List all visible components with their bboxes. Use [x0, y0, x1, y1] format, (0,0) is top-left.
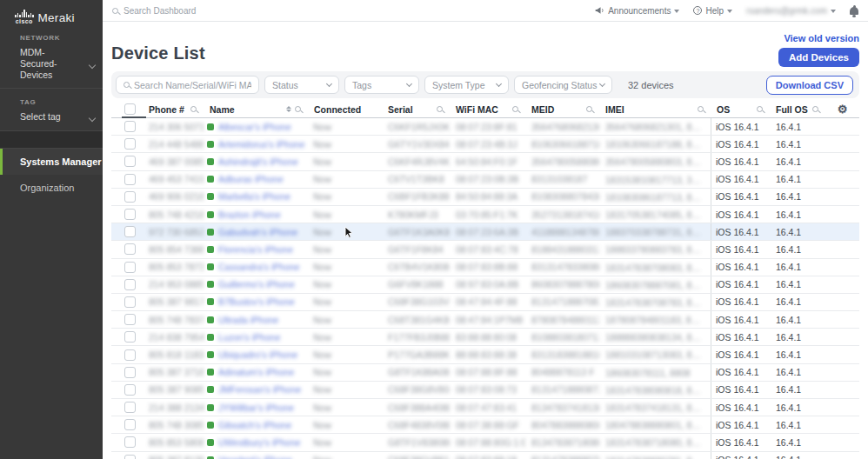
device-name-link[interactable]: Gibsatch's iPhone [218, 420, 291, 430]
column-search-icon[interactable] [812, 106, 818, 112]
search-icon [124, 82, 130, 88]
row-checkbox[interactable] [124, 262, 136, 273]
device-name-link[interactable]: Artemidorus's iPhone [218, 139, 304, 150]
row-checkbox[interactable] [124, 419, 136, 430]
system-type-filter-dropdown[interactable]: System Type [424, 76, 509, 94]
device-search-input[interactable] [134, 80, 251, 90]
table-row[interactable]: 214 306 5071Albescar's iPhoneNowC6KF1R5J… [111, 118, 859, 136]
column-search-icon[interactable] [586, 106, 592, 112]
row-checkbox[interactable] [124, 243, 136, 255]
row-checkbox[interactable] [124, 436, 136, 448]
device-name-link[interactable]: Florencia's iPhone [218, 244, 293, 255]
table-row[interactable]: 805 854 7388Florencia's iPhoneNowG6TF1F8… [111, 241, 859, 258]
column-settings-gear-icon[interactable] [838, 103, 848, 115]
sort-icon[interactable] [286, 106, 291, 113]
row-checkbox[interactable] [124, 138, 136, 150]
sidebar-item-organization[interactable]: Organization [0, 175, 103, 201]
row-checkbox[interactable] [124, 121, 136, 132]
row-checkbox[interactable] [124, 156, 136, 167]
device-name-link[interactable]: Cassandra's iPhone [218, 262, 300, 272]
account-menu[interactable]: rsanders@grmk.com [746, 6, 836, 16]
row-checkbox[interactable] [124, 384, 136, 396]
row-checkbox[interactable] [124, 402, 136, 413]
cell-name: Marbella's iPhone [204, 189, 308, 205]
device-status-icon [207, 211, 214, 218]
row-checkbox[interactable] [124, 367, 136, 378]
select-all-checkbox[interactable] [124, 103, 136, 115]
device-name-link[interactable]: Ubiquadro's iPhone [218, 349, 297, 360]
table-row[interactable]: 972 730 6853Gabudvah's iPhoneNowG6TF1K3A… [111, 223, 859, 241]
table-row[interactable]: 805 748 3085Gibsatch's iPhoneNowC68F4838… [111, 416, 859, 434]
column-search-icon[interactable] [437, 106, 443, 112]
device-name-link[interactable]: JYWillbar's iPhone [218, 402, 294, 413]
tags-filter-label: Tags [352, 80, 371, 90]
dashboard-search[interactable]: Search Dashboard [112, 6, 595, 16]
row-checkbox[interactable] [124, 226, 136, 237]
table-row[interactable]: 214 448 5488Artemidorus's iPhoneNowG6TY1… [111, 136, 859, 153]
table-row[interactable]: 805 748 7837Ultrada iPhoneNowC68T381G4K8… [111, 311, 859, 329]
row-checkbox[interactable] [124, 174, 136, 185]
tag-selector[interactable]: Select tag [0, 110, 103, 131]
device-name-link[interactable]: Veradent's iPhone [218, 455, 292, 459]
device-name-link[interactable]: Albescar's iPhone [218, 122, 291, 132]
sidebar-item-systems-manager[interactable]: Systems Manager [0, 149, 103, 175]
row-checkbox[interactable] [124, 296, 136, 308]
network-selector[interactable]: MDM-Secured-Devices [0, 45, 103, 89]
device-name-link[interactable]: Luzon's iPhone [218, 332, 280, 343]
device-name-link[interactable]: Ultrada iPhone [218, 315, 278, 325]
cell-os: iOS 16.4.1 [711, 294, 770, 310]
device-name-link[interactable]: UWestbury's iPhone [218, 437, 301, 448]
table-row[interactable]: 214 838 7954Luzon's iPhoneNowF177FB3J0B8… [111, 329, 859, 346]
column-search-icon[interactable] [295, 106, 301, 112]
download-csv-button[interactable]: Download CSV [766, 76, 853, 95]
help-menu[interactable]: Help [693, 6, 732, 16]
announcements-menu[interactable]: Announcements [595, 6, 679, 16]
table-row[interactable]: 214 953 0885Guillermo's iPhoneNowG6FV8K1… [111, 276, 859, 294]
table-row[interactable]: 805 853 5808UWestbury's iPhoneNowG8TF1V8… [111, 434, 859, 451]
table-row[interactable]: 805 387 9817B7Bustov's iPhoneNowC68F38G1… [111, 294, 859, 311]
table-row[interactable]: 805 853 7873Cassandra's iPhoneNowC6TB4V1… [111, 259, 859, 276]
notifications-bell-icon[interactable] [850, 7, 858, 15]
table-row[interactable]: 805 387 9085JMFerosan's iPhoneNowC68F38G… [111, 382, 859, 399]
device-name-link[interactable]: Adburas iPhone [218, 174, 284, 184]
device-name-link[interactable]: JMFerosan's iPhone [218, 384, 301, 395]
table-row[interactable]: 805 387 3718Adinatum's iPhoneNowG8TF1K88… [111, 364, 859, 382]
device-name-link[interactable]: Marbella's iPhone [218, 191, 290, 202]
table-row[interactable]: 469 453 7419Adburas iPhoneNowC6TV1T3BK80… [111, 171, 859, 189]
device-name-link[interactable]: Ashindrajit's iPhone [218, 156, 298, 167]
row-checkbox[interactable] [124, 191, 136, 203]
table-row[interactable]: 214 388 2134JYWillbar's iPhoneNowC68F388… [111, 399, 859, 416]
cell-full_os: 16.4.1 [770, 434, 825, 450]
device-name-link[interactable]: B7Bustov's iPhone [218, 296, 295, 307]
column-search-icon[interactable] [512, 106, 518, 112]
row-checkbox[interactable] [124, 331, 136, 343]
row-checkbox[interactable] [124, 314, 136, 325]
add-devices-button[interactable]: Add Devices [778, 48, 859, 67]
device-name-link[interactable]: Brazton iPhone [218, 210, 281, 220]
cell-meid: 35647680682130 [525, 118, 599, 135]
table-row[interactable]: 469 906 0218Marbella's iPhoneNowC6BF1FB3… [111, 189, 859, 206]
tags-filter-dropdown[interactable]: Tags [344, 76, 419, 94]
geofencing-status-filter-dropdown[interactable]: Geofencing Status [514, 76, 612, 94]
row-checkbox[interactable] [124, 349, 136, 361]
device-name-link[interactable]: Gabudvah's iPhone [218, 227, 297, 237]
device-search-field[interactable] [116, 76, 259, 94]
meraki-logo[interactable]: cisco Meraki [0, 0, 103, 24]
cell-name: B7Bustov's iPhone [204, 294, 308, 310]
table-row[interactable]: 805 748 4218Brazton iPhoneNowK780KMFJ303… [111, 206, 859, 223]
row-checkbox[interactable] [124, 279, 136, 290]
table-row[interactable]: 805 387 8138Veradent's iPhoneNowC68F38GV… [111, 452, 859, 459]
row-checkbox-cell [111, 382, 143, 398]
device-name-link[interactable]: Guillermo's iPhone [218, 279, 295, 289]
table-row[interactable]: 805 818 1183Ubiquadro's iPhoneNowP177GA3… [111, 346, 859, 363]
status-filter-dropdown[interactable]: Status [264, 76, 339, 94]
row-checkbox[interactable] [124, 209, 136, 220]
column-search-icon[interactable] [757, 106, 763, 112]
column-search-icon[interactable] [190, 106, 197, 112]
col-label-os: OS [711, 104, 730, 115]
row-checkbox[interactable] [124, 455, 136, 459]
view-old-version-link[interactable]: View old version [784, 33, 859, 43]
device-name-link[interactable]: Adinatum's iPhone [218, 367, 294, 377]
table-row[interactable]: 469 387 0085Ashindrajit's iPhoneNowC6KF4… [111, 153, 859, 170]
column-search-icon[interactable] [698, 106, 704, 112]
